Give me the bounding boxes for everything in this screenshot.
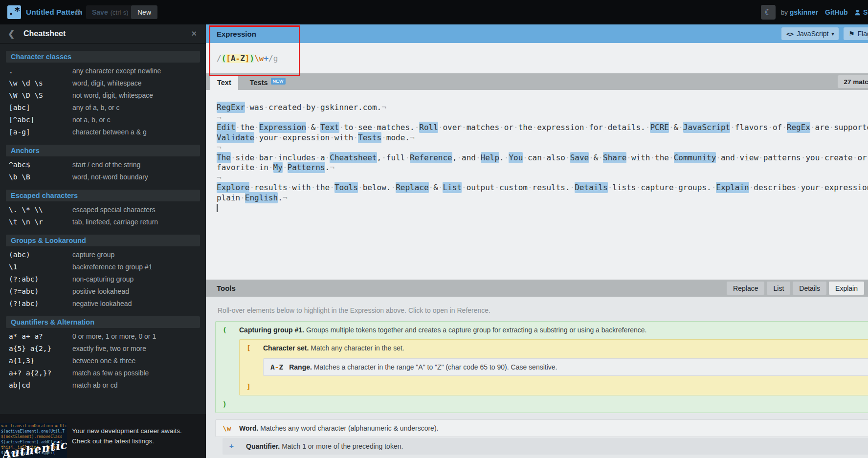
- regexr-logo[interactable]: .*: [7, 5, 21, 19]
- match-highlight[interactable]: You: [509, 152, 523, 163]
- space-dot: ·: [801, 153, 806, 162]
- cheatsheet-row[interactable]: a+? a{2,}?match as few as possible: [0, 368, 206, 380]
- match-highlight[interactable]: List: [443, 182, 462, 193]
- sign-in-button[interactable]: Sign In: [854, 0, 868, 24]
- tab-text[interactable]: Text: [210, 75, 238, 90]
- cheatsheet-row[interactable]: \t \n \rtab, linefeed, carriage return: [0, 217, 206, 229]
- cheatsheet-desc: not a, b, or c: [72, 116, 111, 124]
- match-highlight[interactable]: PCRE: [650, 122, 669, 133]
- text-line: Explore·results·with·the·Tools·below.·Re…: [217, 183, 868, 193]
- match-highlight[interactable]: Expression: [259, 122, 306, 133]
- regex-token: (: [222, 54, 226, 63]
- match-highlight[interactable]: Validate: [217, 132, 254, 143]
- cheatsheet-section: Anchors^abc$start / end of the string\b …: [0, 145, 206, 184]
- cheatsheet-row[interactable]: (?!abc)negative lookahead: [0, 299, 206, 311]
- cheatsheet-row[interactable]: [abc]any of a, b, or c: [0, 103, 206, 115]
- eol-mark: ¬: [217, 173, 222, 182]
- match-highlight[interactable]: Tools: [334, 182, 358, 193]
- cheatsheet-row[interactable]: (?:abc)non-capturing group: [0, 274, 206, 286]
- eol-mark: ¬: [381, 103, 386, 112]
- cheatsheet-row[interactable]: (?=abc)positive lookahead: [0, 286, 206, 299]
- cheatsheet-row[interactable]: a{5} a{2,}exactly five, two or more: [0, 344, 206, 356]
- cheatsheet-desc: negative lookahead: [72, 300, 132, 307]
- gear-icon[interactable]: ⚙: [74, 0, 82, 24]
- match-highlight[interactable]: RegEx: [787, 122, 810, 133]
- cheatsheet-code: (?=abc): [9, 287, 72, 295]
- flags-dropdown[interactable]: ⚑ Flags ▾: [844, 27, 868, 40]
- explain-close-row[interactable]: ]: [240, 383, 868, 395]
- regex-token: [: [226, 54, 231, 63]
- text-line: Edit·the·Expression·&·Text·to·see·matche…: [217, 123, 868, 133]
- explain-row[interactable]: (Capturing group #1. Groups multiple tok…: [216, 322, 868, 338]
- close-icon[interactable]: ✕: [191, 29, 197, 38]
- cheatsheet-row[interactable]: \W \D \Snot word, digit, whitespace: [0, 90, 206, 103]
- match-highlight[interactable]: Tests: [358, 132, 381, 143]
- cheatsheet-row[interactable]: \w \d \sword, digit, whitespace: [0, 78, 206, 90]
- tool-button-replace[interactable]: Replace: [727, 282, 764, 295]
- gskinner-link[interactable]: gskinner: [790, 8, 818, 16]
- space-dot: ·: [254, 163, 259, 172]
- cheatsheet-row[interactable]: [^abc]not a, b, or c: [0, 115, 206, 127]
- new-button[interactable]: New: [131, 5, 157, 19]
- explain-title: Range.: [289, 363, 312, 371]
- cheatsheet-row[interactable]: (abc)capture group: [0, 250, 206, 262]
- cheatsheet-desc: non-capturing group: [72, 275, 134, 283]
- tool-button-details[interactable]: Details: [793, 282, 826, 295]
- match-highlight[interactable]: Cheatsheet: [330, 152, 377, 163]
- save-button[interactable]: Save (ctrl-s): [86, 5, 134, 19]
- match-highlight[interactable]: Explore: [217, 182, 249, 193]
- cheatsheet-row[interactable]: ab|cdmatch ab or cd: [0, 380, 206, 393]
- space-dot: ·: [405, 153, 410, 162]
- back-chevron-icon[interactable]: ❮: [8, 29, 15, 39]
- explain-close-row[interactable]: ): [216, 400, 868, 413]
- github-link[interactable]: GitHub: [825, 0, 848, 24]
- match-highlight[interactable]: Community: [674, 152, 716, 163]
- cheatsheet-row[interactable]: a{1,3}between one & three: [0, 356, 206, 368]
- explain-row[interactable]: [Character set. Match any character in t…: [240, 340, 868, 356]
- match-highlight[interactable]: Save: [570, 152, 589, 163]
- theme-toggle-button[interactable]: ☾: [761, 5, 776, 20]
- expression-input[interactable]: /([A-Z])\w+/g: [206, 43, 868, 73]
- explain-row[interactable]: A-ZRange. Matches a character in the ran…: [264, 359, 868, 375]
- space-dot: ·: [306, 123, 311, 132]
- match-highlight[interactable]: My: [273, 162, 283, 173]
- match-highlight[interactable]: English: [245, 192, 278, 203]
- ad-banner[interactable]: var transitionDuration = Uti$(activeElem…: [0, 414, 206, 458]
- match-highlight[interactable]: Patterns: [288, 162, 325, 173]
- match-highlight[interactable]: JavaScript: [683, 122, 730, 133]
- regex-token: +: [264, 54, 268, 63]
- cheatsheet-row[interactable]: .any character except newline: [0, 66, 206, 78]
- match-highlight[interactable]: Details: [575, 182, 607, 193]
- match-highlight[interactable]: Edit: [217, 122, 236, 133]
- match-highlight[interactable]: Explain: [716, 182, 749, 193]
- cheatsheet-row[interactable]: a* a+ a?0 or more, 1 or more, 0 or 1: [0, 331, 206, 344]
- cheatsheet-row[interactable]: \1backreference to group #1: [0, 262, 206, 274]
- match-highlight[interactable]: RegExr: [217, 102, 245, 113]
- cheatsheet-row[interactable]: \b \Bword, not-word boundary: [0, 172, 206, 184]
- match-highlight[interactable]: The: [217, 152, 231, 163]
- text-line: RegExr·was·created·by·gskinner.com.¬: [217, 103, 868, 113]
- cheatsheet-desc: 0 or more, 1 or more, 0 or 1: [72, 332, 156, 340]
- tool-button-explain[interactable]: Explain: [829, 282, 864, 295]
- text-line: [217, 203, 868, 213]
- flavor-dropdown[interactable]: <> JavaScript ▾: [781, 27, 839, 40]
- cheatsheet-row[interactable]: \. \* \\escaped special characters: [0, 205, 206, 217]
- cheatsheet-row[interactable]: ^abc$start / end of the string: [0, 160, 206, 172]
- space-dot: ·: [735, 153, 740, 162]
- explain-row[interactable]: +Quantifier. Match 1 or more of the prec…: [223, 438, 868, 455]
- match-highlight[interactable]: Roll: [419, 122, 438, 133]
- test-text-editor[interactable]: RegExr·was·created·by·gskinner.com.¬¬Edi…: [206, 90, 868, 280]
- match-highlight[interactable]: Help: [481, 152, 500, 163]
- tools-bar: Tools ReplaceListDetailsExplain: [206, 280, 868, 297]
- cheatsheet-code: [^abc]: [9, 116, 72, 124]
- explain-row[interactable]: \wWord. Matches any word character (alph…: [216, 420, 868, 436]
- cheatsheet-row[interactable]: [a-g]character between a & g: [0, 127, 206, 139]
- cheatsheet-code: [abc]: [9, 104, 72, 111]
- match-highlight[interactable]: Reference: [410, 152, 452, 163]
- match-highlight[interactable]: Replace: [396, 182, 428, 193]
- match-highlight[interactable]: Share: [603, 152, 626, 163]
- tool-button-list[interactable]: List: [767, 282, 790, 295]
- tab-tests[interactable]: TestsNEW: [243, 75, 292, 90]
- match-highlight[interactable]: Text: [320, 122, 339, 133]
- main-area: Expression <> JavaScript ▾ ⚑ Flags ▾ /([…: [206, 24, 868, 458]
